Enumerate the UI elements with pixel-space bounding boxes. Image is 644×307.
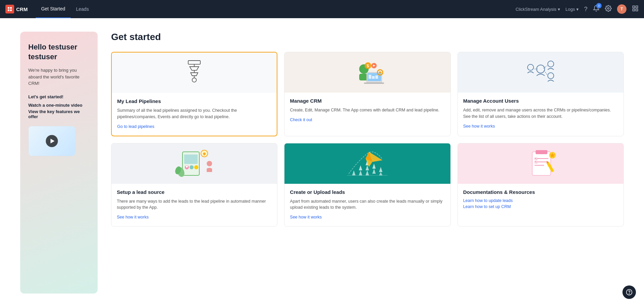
svg-rect-5 (633, 6, 635, 8)
navbar: CRM Get Started Leads ClickStream Analys… (0, 0, 644, 18)
svg-point-41 (204, 154, 205, 156)
card-desc-manage-crm: Create, Edit, Manage CRM. The App comes … (290, 107, 445, 113)
svg-point-42 (207, 161, 212, 166)
greeting: Hello testuser testuser (28, 42, 90, 62)
svg-rect-6 (636, 6, 638, 8)
notifications-icon[interactable]: 0 (593, 5, 600, 13)
card-link-manage-users[interactable]: See how it works (463, 124, 618, 129)
card-manage-crm[interactable]: $ Manage CRM Create, Edit, Manage CRM. T… (284, 52, 450, 136)
intro-text: We're happy to bring you aboard the worl… (28, 67, 90, 87)
card-title-create-leads: Create or Upload leads (290, 189, 445, 195)
svg-point-13 (192, 78, 197, 82)
card-desc-lead-source: There are many ways to add the leads to … (117, 198, 272, 211)
notification-badge: 0 (596, 3, 602, 8)
svg-rect-9 (188, 61, 200, 64)
nav-leads[interactable]: Leads (71, 0, 94, 18)
card-body-lead-pipelines: My Lead Pipelines Summary of all the lea… (112, 93, 277, 136)
clickstream-dropdown[interactable]: ClickStream Analysis ▾ (515, 7, 560, 12)
clickstream-label: ClickStream Analysis (515, 7, 556, 12)
card-manage-users[interactable]: Manage Account Users Add, edit, remove a… (457, 52, 624, 136)
svg-marker-51 (366, 170, 369, 175)
svg-point-39 (194, 165, 198, 169)
svg-point-31 (548, 73, 554, 79)
svg-rect-18 (364, 82, 384, 84)
svg-point-30 (548, 61, 554, 67)
card-image-lead-pipelines (112, 53, 277, 93)
card-image-docs (458, 143, 623, 184)
card-desc-manage-users: Add, edit, remove and manage users acros… (463, 107, 618, 120)
svg-rect-2 (8, 9, 9, 11)
card-docs[interactable]: Documentations & Resources Learn how to … (457, 143, 624, 227)
svg-marker-50 (366, 165, 369, 170)
avatar[interactable]: T (617, 4, 626, 14)
svg-marker-52 (372, 164, 376, 169)
svg-rect-20 (372, 76, 375, 79)
svg-text:$: $ (367, 64, 369, 68)
cards-grid: My Lead Pipelines Summary of all the lea… (111, 52, 624, 227)
card-link-create-leads[interactable]: See how it works (290, 215, 445, 219)
logs-dropdown[interactable]: Logs ▾ (566, 7, 579, 12)
help-icon[interactable]: ? (584, 6, 587, 13)
svg-rect-19 (369, 75, 371, 79)
card-body-manage-users: Manage Account Users Add, edit, remove a… (458, 93, 623, 135)
svg-point-4 (608, 7, 609, 9)
svg-rect-21 (375, 75, 378, 79)
nav-items: Get Started Leads (36, 0, 94, 18)
cta-text: Let's get started! (28, 94, 90, 100)
watch-video-link[interactable]: Watch a one-minute video (28, 103, 90, 108)
card-link-manage-crm[interactable]: Check it out (290, 117, 445, 122)
card-lead-pipelines[interactable]: My Lead Pipelines Summary of all the lea… (111, 52, 277, 136)
navbar-right: ClickStream Analysis ▾ Logs ▾ ? 0 T (515, 4, 639, 14)
card-link-lead-pipelines[interactable]: Go to lead pipelines (117, 124, 271, 129)
card-link-docs-setup[interactable]: Learn how to set up CRM (463, 204, 618, 209)
brand[interactable]: CRM (5, 5, 28, 13)
svg-marker-48 (359, 170, 362, 175)
card-title-docs: Documentations & Resources (463, 189, 618, 195)
view-features-link[interactable]: View the key features we offer (28, 109, 90, 119)
card-image-manage-crm: $ (284, 52, 450, 93)
svg-marker-53 (372, 169, 376, 174)
svg-marker-46 (352, 170, 355, 175)
card-image-lead-source (111, 143, 277, 184)
card-title-lead-pipelines: My Lead Pipelines (117, 98, 271, 104)
svg-rect-57 (536, 150, 547, 154)
card-lead-source[interactable]: Setup a lead source There are many ways … (111, 143, 277, 227)
card-desc-lead-pipelines: Summary of all the lead pipelines assign… (117, 107, 271, 120)
card-body-lead-source: Setup a lead source There are many ways … (111, 184, 277, 227)
nav-get-started[interactable]: Get Started (36, 0, 71, 18)
floating-action-button[interactable] (622, 285, 636, 299)
page-title: Get started (111, 32, 624, 42)
card-title-manage-users: Manage Account Users (463, 98, 618, 104)
brand-icon (5, 5, 14, 13)
svg-point-38 (190, 165, 194, 169)
settings-icon[interactable] (605, 5, 612, 13)
svg-marker-54 (379, 167, 382, 172)
right-panel: Get started My Lead Pipelines (111, 32, 624, 294)
card-body-manage-crm: Manage CRM Create, Edit, Manage CRM. The… (284, 93, 450, 129)
main-content: Hello testuser testuser We're happy to b… (0, 18, 644, 307)
logs-label: Logs (566, 7, 575, 12)
chevron-down-icon: ▾ (558, 7, 560, 12)
video-thumbnail[interactable] (28, 126, 75, 156)
card-body-docs: Documentations & Resources Learn how to … (458, 184, 623, 216)
card-desc-create-leads: Apart from automated manner, users can a… (290, 198, 445, 211)
card-image-create-leads (284, 143, 450, 184)
left-panel: Hello testuser testuser We're happy to b… (20, 32, 98, 294)
play-button[interactable] (46, 135, 58, 147)
card-body-create-leads: Create or Upload leads Apart from automa… (284, 184, 450, 227)
card-image-manage-users (458, 52, 623, 93)
brand-label: CRM (16, 6, 28, 12)
svg-rect-1 (10, 7, 12, 9)
card-create-leads[interactable]: Create or Upload leads Apart from automa… (284, 143, 450, 227)
svg-point-23 (379, 71, 381, 73)
svg-rect-7 (636, 9, 638, 11)
grid-icon[interactable] (632, 5, 639, 13)
card-title-lead-source: Setup a lead source (117, 189, 272, 195)
svg-rect-3 (10, 9, 12, 11)
card-link-docs-update[interactable]: Learn how to update leads (463, 198, 618, 203)
card-title-manage-crm: Manage CRM (290, 98, 445, 104)
card-link-lead-source[interactable]: See how it works (117, 215, 272, 219)
svg-rect-36 (184, 155, 198, 164)
chevron-down-icon: ▾ (576, 7, 579, 12)
svg-marker-47 (359, 165, 362, 170)
